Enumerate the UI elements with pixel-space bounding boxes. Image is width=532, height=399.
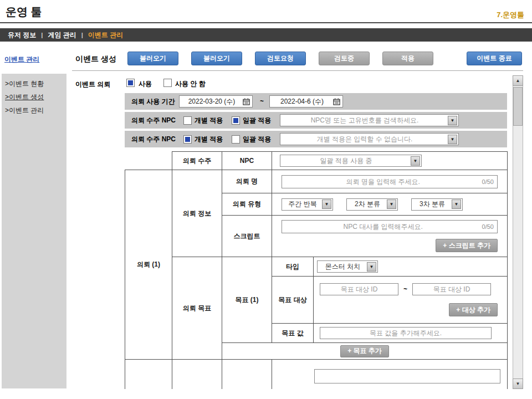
script-input-box: 0/50 — [282, 220, 498, 233]
bulk-apply-label: 일괄 적용 — [243, 116, 272, 125]
goal-type-cell: 몬스터 처치 ▼ — [314, 257, 508, 277]
npc-select-value: 일괄 적용 사용 중 — [282, 156, 411, 166]
npc-search-box: ▼ — [280, 114, 459, 126]
nav-item-user-info[interactable]: 유저 정보 — [8, 30, 36, 40]
request-receive-label: 의뢰 수주 — [172, 152, 222, 170]
scroll-up-button[interactable]: ▲ — [513, 75, 523, 86]
request-name-cell: 0/50 — [272, 170, 508, 193]
goal-value-cell — [314, 324, 508, 343]
calendar-icon — [333, 98, 340, 105]
npc-individual-box: ▼ — [280, 133, 459, 145]
nav-separator: | — [81, 32, 83, 38]
goal-type-select[interactable]: 몬스터 처치 ▼ — [317, 260, 378, 273]
scroll-down-button[interactable]: ▼ — [513, 378, 523, 389]
goal-value-box — [320, 327, 492, 339]
event-request-label: 이벤트 의뢰 — [75, 80, 110, 89]
add-target-button[interactable]: + 대상 추가 — [449, 303, 498, 316]
request-goal-label: 의뢰 목표 — [172, 257, 222, 360]
review-request-button[interactable]: 검토요청 — [255, 52, 306, 65]
end-date-field[interactable]: 2022-04-6 (수) — [269, 95, 343, 108]
dropdown-arrow-icon[interactable]: ▼ — [448, 116, 457, 125]
use-checkbox[interactable] — [126, 79, 135, 87]
start-date-field[interactable]: 2022-03-20 (수) — [179, 95, 253, 108]
request-group-label: 의뢰 (1) — [125, 170, 172, 360]
top-nav: 유저 정보 | 게임 관리 | 이벤트 관리 — [0, 28, 532, 42]
table-spacer-cell — [125, 152, 172, 170]
individual-apply-checkbox[interactable] — [183, 116, 192, 125]
individual-apply-label: 개별 적용 — [195, 116, 224, 125]
page-title: 이벤트 생성 — [75, 54, 116, 64]
individual-apply-label: 개별 적용 — [195, 135, 224, 144]
npc-select[interactable]: 일괄 적용 사용 중 ▼ — [280, 155, 422, 167]
goal-target-to-input[interactable] — [415, 285, 488, 293]
sidebar-menu: >이벤트 현황 >이벤트 생성 >이벤트 관리 — [2, 74, 66, 388]
nav-item-event-management[interactable]: 이벤트 관리 — [88, 30, 123, 40]
request-info-label: 의뢰 정보 — [172, 170, 222, 257]
arrow-up-icon: ▲ — [516, 78, 520, 83]
next-group-cell — [125, 360, 172, 390]
load-button-1[interactable]: 불러오기 — [127, 52, 178, 65]
goal-target-from-input[interactable] — [323, 285, 396, 293]
app-version-tag: 7.운영툴 — [497, 10, 524, 20]
calendar-icon — [243, 98, 250, 105]
app-title: 운영 툴 — [6, 4, 42, 19]
dropdown-arrow-icon[interactable]: ▼ — [322, 200, 331, 209]
add-goal-button[interactable]: + 목표 추가 — [340, 345, 389, 357]
sidebar-item-event-manage[interactable]: >이벤트 관리 — [5, 106, 66, 115]
vertical-scrollbar[interactable]: ▲ ▼ — [513, 75, 523, 389]
request-name-input-box: 0/50 — [282, 175, 498, 188]
category2-select[interactable]: 2차 분류 ▼ — [346, 198, 398, 211]
goal-value-input[interactable] — [323, 329, 489, 337]
sidebar-home-link[interactable]: 이벤트 관리 — [4, 55, 39, 64]
nav-item-game-management[interactable]: 게임 관리 — [48, 30, 76, 40]
request-name-input[interactable] — [284, 178, 482, 186]
bulk-apply-checkbox[interactable] — [232, 116, 240, 125]
npc-select-cell: 일괄 적용 사용 중 ▼ — [272, 152, 508, 170]
dropdown-arrow-icon[interactable]: ▼ — [367, 262, 376, 272]
dropdown-arrow-icon[interactable]: ▼ — [387, 200, 396, 209]
add-goal-cell: + 목표 추가 — [222, 343, 508, 360]
category3-select[interactable]: 3차 분류 ▼ — [411, 198, 463, 211]
apply-button[interactable]: 적용 — [382, 52, 433, 65]
load-button-2[interactable]: 불러오기 — [191, 52, 242, 65]
dropdown-arrow-icon[interactable]: ▼ — [411, 156, 420, 166]
not-use-label: 사용 안 함 — [175, 79, 206, 89]
bulk-apply-label: 일괄 적용 — [243, 135, 272, 144]
repeat-type-select[interactable]: 주간 반복 ▼ — [282, 198, 333, 211]
bulk-apply-checkbox[interactable] — [232, 135, 240, 144]
script-cell: 0/50 + 스크립트 추가 — [272, 216, 508, 257]
npc-individual-input[interactable] — [282, 135, 448, 143]
category2-value: 2차 분류 — [348, 200, 387, 209]
sidebar-item-event-create[interactable]: >이벤트 생성 — [5, 93, 66, 102]
repeat-type-value: 주간 반복 — [283, 200, 322, 209]
next-row-field — [314, 369, 500, 383]
npc-search-input[interactable] — [282, 116, 448, 124]
goal-target-cell: ~ + 대상 추가 — [314, 277, 508, 324]
sidebar-item-event-status[interactable]: >이벤트 현황 — [5, 79, 66, 89]
next-section-cell — [172, 360, 222, 390]
goal-type-value: 몬스터 처치 — [319, 262, 367, 272]
scrollbar-thumb[interactable] — [513, 87, 523, 126]
not-use-checkbox[interactable] — [163, 79, 172, 87]
end-event-button[interactable]: 이벤트 종료 — [467, 52, 522, 65]
individual-apply-checkbox[interactable] — [183, 135, 192, 144]
dropdown-arrow-icon[interactable]: ▼ — [448, 135, 457, 144]
script-label: 스크립트 — [222, 216, 272, 257]
goal-target-from-box — [320, 283, 398, 295]
goal-value-label: 목표 값 — [272, 324, 314, 343]
next-content-cell — [272, 360, 508, 390]
add-script-button[interactable]: + 스크립트 추가 — [436, 239, 498, 252]
reviewing-button[interactable]: 검토중 — [319, 52, 370, 65]
operating-tool-screen: 운영 툴 7.운영툴 유저 정보 | 게임 관리 | 이벤트 관리 이벤트 관리… — [0, 0, 532, 399]
arrow-down-icon: ▼ — [516, 381, 520, 386]
script-input[interactable] — [284, 223, 482, 231]
dropdown-arrow-icon[interactable]: ▼ — [452, 200, 461, 209]
use-label: 사용 — [139, 79, 152, 89]
request-type-cell: 주간 반복 ▼ 2차 분류 ▼ 3차 분류 ▼ — [272, 193, 508, 216]
script-counter: 0/50 — [482, 223, 494, 230]
request-name-counter: 0/50 — [482, 178, 494, 185]
goal-target-tilde: ~ — [403, 285, 407, 293]
start-date-value: 2022-03-20 (수) — [182, 97, 242, 106]
period-row: 의뢰 사용 기간 2022-03-20 (수) ~ 2022-04-6 (수) — [125, 93, 507, 110]
goal-type-label: 타입 — [272, 257, 314, 277]
